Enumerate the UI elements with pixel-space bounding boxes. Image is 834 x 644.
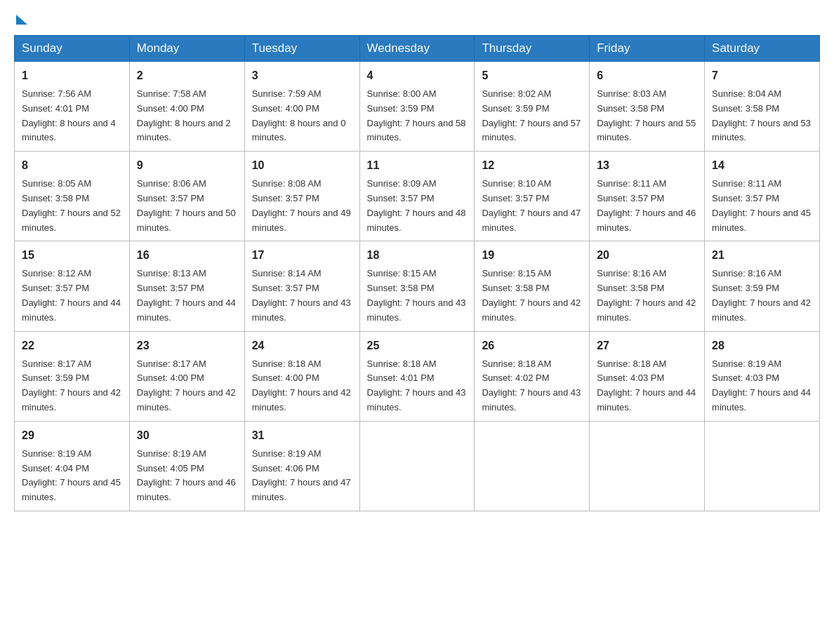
day-cell-26: 26Sunrise: 8:18 AMSunset: 4:02 PMDayligh…: [475, 331, 590, 421]
weekday-header-thursday: Thursday: [475, 36, 590, 62]
day-number: 23: [137, 337, 237, 354]
day-cell-5: 5Sunrise: 8:02 AMSunset: 3:59 PMDaylight…: [475, 62, 590, 152]
day-info: Sunrise: 8:11 AMSunset: 3:57 PMDaylight:…: [597, 178, 696, 232]
day-info: Sunrise: 8:02 AMSunset: 3:59 PMDaylight:…: [482, 88, 581, 142]
page-header: [14, 14, 820, 24]
day-cell-24: 24Sunrise: 8:18 AMSunset: 4:00 PMDayligh…: [244, 331, 359, 421]
day-info: Sunrise: 8:17 AMSunset: 4:00 PMDaylight:…: [137, 358, 236, 412]
day-info: Sunrise: 8:11 AMSunset: 3:57 PMDaylight:…: [712, 178, 811, 232]
day-number: 24: [252, 337, 352, 354]
day-info: Sunrise: 8:18 AMSunset: 4:03 PMDaylight:…: [597, 358, 696, 412]
week-row-4: 22Sunrise: 8:17 AMSunset: 3:59 PMDayligh…: [15, 331, 820, 421]
day-info: Sunrise: 7:58 AMSunset: 4:00 PMDaylight:…: [137, 88, 231, 142]
day-info: Sunrise: 8:19 AMSunset: 4:04 PMDaylight:…: [22, 448, 121, 502]
day-cell-27: 27Sunrise: 8:18 AMSunset: 4:03 PMDayligh…: [590, 331, 705, 421]
day-number: 9: [137, 157, 237, 174]
day-cell-20: 20Sunrise: 8:16 AMSunset: 3:58 PMDayligh…: [590, 241, 705, 331]
day-info: Sunrise: 8:09 AMSunset: 3:57 PMDaylight:…: [367, 178, 466, 232]
weekday-header-row: SundayMondayTuesdayWednesdayThursdayFrid…: [15, 36, 820, 62]
calendar-table: SundayMondayTuesdayWednesdayThursdayFrid…: [14, 35, 820, 511]
day-info: Sunrise: 7:56 AMSunset: 4:01 PMDaylight:…: [22, 88, 116, 142]
day-info: Sunrise: 8:06 AMSunset: 3:57 PMDaylight:…: [137, 178, 236, 232]
day-cell-3: 3Sunrise: 7:59 AMSunset: 4:00 PMDaylight…: [244, 62, 359, 152]
day-info: Sunrise: 8:18 AMSunset: 4:01 PMDaylight:…: [367, 358, 466, 412]
day-number: 30: [137, 427, 237, 444]
day-number: 7: [712, 67, 812, 84]
day-number: 28: [712, 337, 812, 354]
day-number: 13: [597, 157, 697, 174]
day-cell-31: 31Sunrise: 8:19 AMSunset: 4:06 PMDayligh…: [244, 421, 359, 511]
day-info: Sunrise: 8:13 AMSunset: 3:57 PMDaylight:…: [137, 268, 236, 322]
day-cell-4: 4Sunrise: 8:00 AMSunset: 3:59 PMDaylight…: [359, 62, 475, 152]
day-info: Sunrise: 8:16 AMSunset: 3:59 PMDaylight:…: [712, 268, 811, 322]
day-cell-22: 22Sunrise: 8:17 AMSunset: 3:59 PMDayligh…: [15, 331, 130, 421]
day-info: Sunrise: 8:04 AMSunset: 3:58 PMDaylight:…: [712, 88, 811, 142]
day-number: 14: [712, 157, 812, 174]
empty-cell: [475, 421, 590, 511]
logo-triangle-icon: [16, 15, 27, 25]
day-info: Sunrise: 8:17 AMSunset: 3:59 PMDaylight:…: [22, 358, 121, 412]
day-cell-8: 8Sunrise: 8:05 AMSunset: 3:58 PMDaylight…: [15, 152, 130, 241]
weekday-header-wednesday: Wednesday: [359, 36, 475, 62]
day-number: 27: [597, 337, 697, 354]
weekday-header-sunday: Sunday: [15, 36, 130, 62]
day-number: 26: [482, 337, 582, 354]
day-cell-18: 18Sunrise: 8:15 AMSunset: 3:58 PMDayligh…: [359, 241, 475, 331]
day-info: Sunrise: 8:19 AMSunset: 4:05 PMDaylight:…: [137, 448, 236, 502]
day-cell-15: 15Sunrise: 8:12 AMSunset: 3:57 PMDayligh…: [15, 241, 130, 331]
day-info: Sunrise: 8:14 AMSunset: 3:57 PMDaylight:…: [252, 268, 351, 322]
day-cell-29: 29Sunrise: 8:19 AMSunset: 4:04 PMDayligh…: [15, 421, 130, 511]
day-number: 6: [597, 67, 697, 84]
day-number: 20: [597, 247, 697, 264]
day-cell-30: 30Sunrise: 8:19 AMSunset: 4:05 PMDayligh…: [129, 421, 244, 511]
day-cell-21: 21Sunrise: 8:16 AMSunset: 3:59 PMDayligh…: [705, 241, 820, 331]
weekday-header-tuesday: Tuesday: [244, 36, 359, 62]
day-number: 8: [22, 157, 122, 174]
week-row-2: 8Sunrise: 8:05 AMSunset: 3:58 PMDaylight…: [15, 152, 820, 241]
day-number: 29: [22, 427, 122, 444]
day-info: Sunrise: 8:10 AMSunset: 3:57 PMDaylight:…: [482, 178, 581, 232]
day-number: 12: [482, 157, 582, 174]
day-info: Sunrise: 8:00 AMSunset: 3:59 PMDaylight:…: [367, 88, 466, 142]
empty-cell: [705, 421, 820, 511]
day-info: Sunrise: 8:15 AMSunset: 3:58 PMDaylight:…: [367, 268, 466, 322]
day-cell-16: 16Sunrise: 8:13 AMSunset: 3:57 PMDayligh…: [129, 241, 244, 331]
empty-cell: [590, 421, 705, 511]
weekday-header-saturday: Saturday: [705, 36, 820, 62]
day-info: Sunrise: 7:59 AMSunset: 4:00 PMDaylight:…: [252, 88, 346, 142]
day-cell-6: 6Sunrise: 8:03 AMSunset: 3:58 PMDaylight…: [590, 62, 705, 152]
day-cell-7: 7Sunrise: 8:04 AMSunset: 3:58 PMDaylight…: [705, 62, 820, 152]
day-cell-2: 2Sunrise: 7:58 AMSunset: 4:00 PMDaylight…: [129, 62, 244, 152]
day-cell-23: 23Sunrise: 8:17 AMSunset: 4:00 PMDayligh…: [129, 331, 244, 421]
day-info: Sunrise: 8:16 AMSunset: 3:58 PMDaylight:…: [597, 268, 696, 322]
weekday-header-monday: Monday: [129, 36, 244, 62]
weekday-header-friday: Friday: [590, 36, 705, 62]
day-cell-1: 1Sunrise: 7:56 AMSunset: 4:01 PMDaylight…: [15, 62, 130, 152]
day-number: 11: [367, 157, 468, 174]
day-number: 5: [482, 67, 582, 84]
day-info: Sunrise: 8:19 AMSunset: 4:06 PMDaylight:…: [252, 448, 351, 502]
day-cell-19: 19Sunrise: 8:15 AMSunset: 3:58 PMDayligh…: [475, 241, 590, 331]
day-info: Sunrise: 8:19 AMSunset: 4:03 PMDaylight:…: [712, 358, 811, 412]
day-cell-25: 25Sunrise: 8:18 AMSunset: 4:01 PMDayligh…: [359, 331, 475, 421]
logo: [14, 14, 27, 24]
day-number: 25: [367, 337, 468, 354]
day-number: 1: [22, 67, 122, 84]
day-number: 18: [367, 247, 468, 264]
day-number: 4: [367, 67, 468, 84]
day-cell-12: 12Sunrise: 8:10 AMSunset: 3:57 PMDayligh…: [475, 152, 590, 241]
day-number: 31: [252, 427, 352, 444]
day-number: 21: [712, 247, 812, 264]
day-number: 17: [252, 247, 352, 264]
week-row-3: 15Sunrise: 8:12 AMSunset: 3:57 PMDayligh…: [15, 241, 820, 331]
day-number: 10: [252, 157, 352, 174]
day-cell-11: 11Sunrise: 8:09 AMSunset: 3:57 PMDayligh…: [359, 152, 475, 241]
day-cell-17: 17Sunrise: 8:14 AMSunset: 3:57 PMDayligh…: [244, 241, 359, 331]
day-info: Sunrise: 8:15 AMSunset: 3:58 PMDaylight:…: [482, 268, 581, 322]
day-info: Sunrise: 8:03 AMSunset: 3:58 PMDaylight:…: [597, 88, 696, 142]
week-row-1: 1Sunrise: 7:56 AMSunset: 4:01 PMDaylight…: [15, 62, 820, 152]
day-number: 22: [22, 337, 122, 354]
week-row-5: 29Sunrise: 8:19 AMSunset: 4:04 PMDayligh…: [15, 421, 820, 511]
day-number: 3: [252, 67, 352, 84]
day-cell-10: 10Sunrise: 8:08 AMSunset: 3:57 PMDayligh…: [244, 152, 359, 241]
